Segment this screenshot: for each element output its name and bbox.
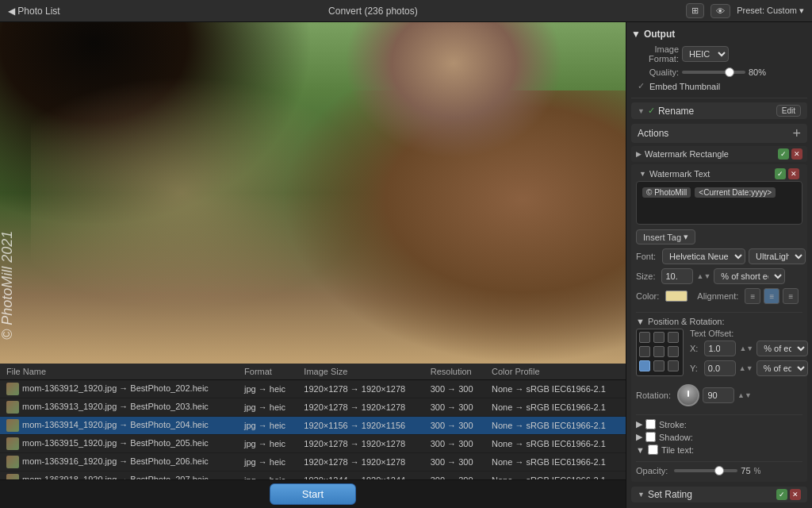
cell-2: 1920×1278 → 1920×1278 [297, 435, 423, 453]
size-input[interactable] [661, 268, 693, 284]
add-action-button[interactable]: + [792, 126, 801, 140]
rename-header: ▼ ✓ Rename Edit [631, 102, 807, 119]
back-button[interactable]: ◀ Photo List [8, 6, 60, 17]
alignment-label: Alignment: [697, 291, 738, 301]
set-rating-enable[interactable]: ✓ [776, 489, 787, 500]
color-swatch[interactable] [665, 291, 688, 302]
font-row: Font: Helvetica Neue Arial UltraLight Li… [636, 248, 802, 264]
col-size: Image Size [297, 364, 423, 380]
file-list[interactable]: File Name Format Image Size Resolution C… [0, 364, 626, 479]
pos-tl[interactable] [639, 332, 650, 343]
watermark-text-item: ▼ Watermark Text ✓ ✕ © PhotoMill <Curren… [631, 164, 807, 482]
y-offset-input[interactable] [704, 360, 736, 376]
cell-4: None → sRGB IEC61966-2.1 [485, 453, 626, 471]
stroke-checkbox[interactable] [645, 419, 656, 429]
watermark-rect-remove[interactable]: ✕ [791, 148, 802, 160]
align-center-button[interactable]: ≡ [764, 288, 779, 304]
x-unit-select[interactable]: % of edge [756, 341, 808, 356]
shadow-checkbox[interactable] [645, 432, 656, 442]
tile-text-checkbox[interactable] [648, 444, 658, 455]
opacity-row: Opacity: 75 % [636, 466, 802, 475]
insert-tag-button[interactable]: Insert Tag ▾ [636, 229, 695, 244]
pos-tr[interactable] [668, 332, 679, 343]
cell-3: 300 → 300 [424, 453, 485, 471]
position-controls: Text Offset: X: ▲▼ % of edge Y: [636, 329, 802, 380]
insert-tag-label: Insert Tag [643, 233, 681, 242]
position-rotation-header[interactable]: ▼ Position & Rotation: [636, 317, 802, 326]
table-row[interactable]: mom-1363915_1920.jpg → BestPhoto_205.hei… [0, 435, 626, 453]
cell-4: None → sRGB IEC61966-2.1 [485, 471, 626, 480]
tile-triangle: ▼ [636, 445, 645, 455]
watermark-text-content[interactable]: © PhotoMill <Current Date:yyyy> [636, 181, 802, 225]
tile-text-row[interactable]: ▼ Tile text: [636, 444, 802, 455]
watermark-text-remove[interactable]: ✕ [788, 168, 799, 179]
cell-3: 300 → 300 [424, 471, 485, 480]
table-row[interactable]: mom-1363912_1920.jpg → BestPhoto_202.hei… [0, 380, 626, 398]
cell-2: 1920×1278 → 1920×1278 [297, 380, 423, 398]
format-label: Image Format: [631, 44, 679, 64]
quality-value: 80% [749, 67, 766, 77]
align-right-button[interactable]: ≡ [783, 288, 799, 304]
actions-header: Actions + [631, 124, 807, 143]
rename-header-left: ▼ ✓ Rename [638, 106, 694, 117]
rename-edit-button[interactable]: Edit [776, 105, 801, 117]
set-rating-left: ▼ Set Rating [638, 489, 692, 500]
position-grid [636, 329, 684, 376]
output-label: Output [644, 29, 675, 40]
stroke-triangle: ▶ [636, 419, 642, 429]
cell-0: mom-1363916_1920.jpg → BestPhoto_206.hei… [0, 453, 238, 471]
insert-tag-row: Insert Tag ▾ [636, 229, 802, 244]
font-select[interactable]: Helvetica Neue Arial [662, 248, 745, 264]
cell-1: jpg → heic [238, 380, 297, 398]
stroke-row[interactable]: ▶ Stroke: [636, 419, 802, 429]
font-weight-select[interactable]: UltraLight Light Regular Bold [749, 248, 806, 264]
table-row[interactable]: mom-1363913_1920.jpg → BestPhoto_203.hei… [0, 398, 626, 417]
format-select[interactable]: HEIC JPEG PNG TIFF [682, 46, 729, 62]
preset-label[interactable]: Preset: Custom ▾ [737, 6, 804, 16]
topbar-right: ⊞ 👁 Preset: Custom ▾ [686, 3, 804, 18]
pos-tc[interactable] [653, 332, 665, 343]
right-panel[interactable]: ▼ Output Image Format: HEIC JPEG PNG TIF… [626, 22, 812, 508]
watermark-text-label: Watermark Text [649, 169, 710, 179]
start-button[interactable]: Start [270, 483, 356, 505]
size-row: Size: ▲▼ % of short edge % of long edge … [636, 268, 802, 284]
align-left-button[interactable]: ≡ [745, 288, 760, 304]
rotation-dial[interactable] [677, 384, 699, 406]
watermark-text-enable[interactable]: ✓ [775, 168, 786, 179]
set-rating-header: ▼ Set Rating ✓ ✕ [631, 487, 807, 502]
font-label: Font: [636, 252, 656, 261]
cell-2: 1920×1278 → 1920×1278 [297, 453, 423, 471]
pos-br[interactable] [668, 360, 679, 371]
table-row[interactable]: mom-1363914_1920.jpg → BestPhoto_204.hei… [0, 417, 626, 435]
topbar-left: ◀ Photo List [8, 6, 60, 17]
shadow-row[interactable]: ▶ Shadow: [636, 432, 802, 442]
pos-bl[interactable] [639, 360, 650, 371]
opacity-slider[interactable] [674, 469, 737, 472]
table-row[interactable]: mom-1363916_1920.jpg → BestPhoto_206.hei… [0, 453, 626, 471]
watermark-rectangle-item: ▶ Watermark Rectangle ✓ ✕ [631, 146, 807, 162]
cell-3: 300 → 300 [424, 417, 485, 435]
y-unit-select[interactable]: % of edge [756, 360, 808, 376]
rotation-input[interactable] [703, 387, 734, 403]
x-label: X: [690, 344, 698, 353]
quality-slider[interactable] [682, 71, 745, 74]
eye-view-button[interactable]: 👁 [710, 4, 730, 18]
pos-mc[interactable] [653, 346, 665, 357]
pos-mr[interactable] [668, 346, 679, 357]
output-header: ▼ Output [631, 29, 807, 40]
row-thumb [6, 474, 19, 479]
cell-3: 300 → 300 [424, 435, 485, 453]
files-table: File Name Format Image Size Resolution C… [0, 364, 626, 479]
table-row[interactable]: mom-1363918_1920.jpg → BestPhoto_207.hei… [0, 471, 626, 480]
embed-thumbnail-row: ✓ Embed Thumbnail [631, 81, 807, 91]
pos-ml[interactable] [639, 346, 650, 357]
size-unit-select[interactable]: % of short edge % of long edge px [714, 268, 785, 284]
set-rating-remove[interactable]: ✕ [790, 489, 801, 500]
grid-view-button[interactable]: ⊞ [686, 3, 704, 18]
rotation-label: Rotation: [636, 391, 671, 400]
watermark-rect-enable[interactable]: ✓ [778, 148, 789, 160]
cell-0: mom-1363915_1920.jpg → BestPhoto_205.hei… [0, 435, 238, 453]
row-thumb [6, 419, 19, 432]
pos-bc[interactable] [653, 360, 665, 371]
x-offset-input[interactable] [704, 341, 736, 356]
